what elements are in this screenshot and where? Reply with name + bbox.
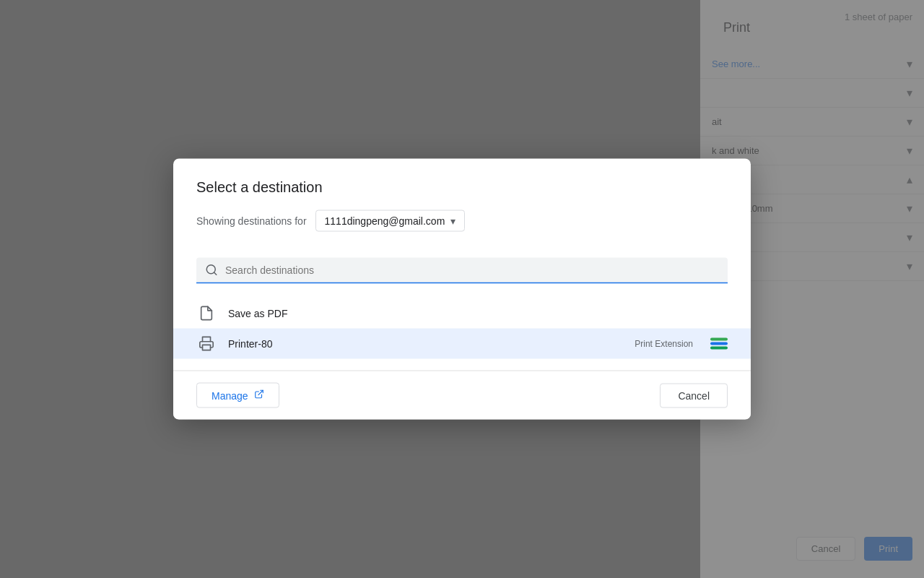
external-link-icon [254, 389, 264, 402]
modal-subtitle-row: Showing destinations for 1111dingpeng@gm… [196, 210, 728, 232]
modal-header: Select a destination Showing destination… [173, 159, 751, 258]
destination-list: Save as PDF Printer-80 Print Extension [173, 293, 751, 365]
print-extension-icon [710, 338, 728, 350]
destination-printer-80[interactable]: Printer-80 Print Extension [173, 329, 751, 359]
email-dropdown-chevron: ▾ [450, 215, 456, 227]
email-dropdown-button[interactable]: 1111dingpeng@gmail.com ▾ [315, 210, 466, 232]
print-extension-badge: Print Extension [635, 339, 693, 349]
search-container [173, 258, 751, 287]
modal-title: Select a destination [196, 179, 728, 196]
svg-rect-2 [203, 345, 211, 350]
save-as-pdf-label: Save as PDF [228, 308, 728, 319]
cancel-button[interactable]: Cancel [660, 383, 728, 407]
manage-button[interactable]: Manage [196, 383, 279, 408]
svg-line-1 [214, 272, 216, 275]
printer-80-label: Printer-80 [228, 338, 623, 350]
svg-line-3 [258, 390, 262, 394]
destination-save-as-pdf[interactable]: Save as PDF [173, 298, 751, 329]
printer-icon [196, 336, 217, 352]
showing-label: Showing destinations for [196, 215, 307, 227]
search-input[interactable] [225, 264, 719, 276]
email-value: 1111dingpeng@gmail.com [325, 215, 445, 227]
search-icon [205, 264, 218, 277]
search-box [196, 258, 728, 284]
modal-footer: Manage Cancel [173, 371, 751, 420]
select-destination-modal: Select a destination Showing destination… [173, 159, 751, 420]
manage-label: Manage [212, 389, 248, 401]
file-icon [196, 306, 217, 322]
